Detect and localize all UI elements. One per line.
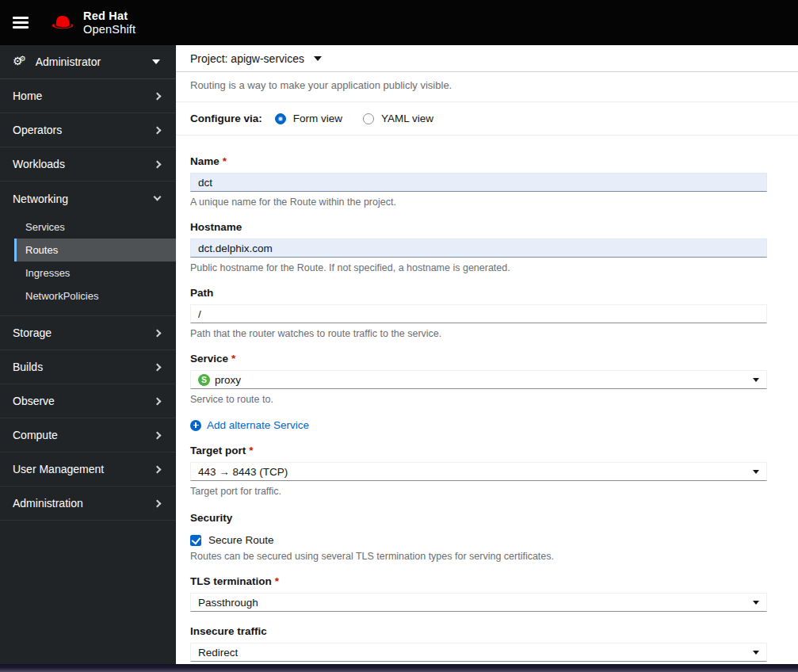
sidebar-item-label: Home <box>13 90 155 102</box>
checkbox-checked-icon[interactable] <box>190 535 201 546</box>
caret-down-icon <box>314 56 322 61</box>
caret-down-icon <box>753 470 759 474</box>
sidebar-item-networking[interactable]: Networking <box>0 181 176 216</box>
hostname-helper: Public hostname for the Route. If not sp… <box>190 262 767 273</box>
secure-route-checkbox-row[interactable]: Secure Route <box>190 534 767 546</box>
chevron-right-icon <box>154 126 162 134</box>
sidebar-item-storage[interactable]: Storage <box>0 316 176 350</box>
chevron-right-icon <box>154 431 162 439</box>
sidebar-item-label: Storage <box>13 326 155 339</box>
masthead: Red Hat OpenShift <box>0 0 798 45</box>
sidebar-subitem-label: Routes <box>25 244 58 256</box>
gears-icon: ⚙⚙ <box>13 55 29 67</box>
sidebar-item-compute[interactable]: Compute <box>0 418 176 452</box>
brand-line2: OpenShift <box>83 23 136 36</box>
radio-form-view[interactable]: Form view <box>275 113 342 124</box>
sidebar-subitem-label: NetworkPolicies <box>25 290 98 302</box>
sidebar-item-label: Networking <box>13 193 155 205</box>
add-alternate-service-link[interactable]: Add alternate Service <box>190 419 767 431</box>
radio-yaml-view[interactable]: YAML view <box>363 113 433 124</box>
tls-termination-label: TLS termination* <box>190 575 767 587</box>
sidebar-item-user-management[interactable]: User Management <box>0 452 176 487</box>
window-bottom-edge <box>0 664 798 672</box>
sidebar-item-label: User Management <box>13 463 155 475</box>
radio-unchecked-icon[interactable] <box>363 113 374 124</box>
networking-subnav: Services Routes Ingresses NetworkPolicie… <box>0 216 176 315</box>
service-select[interactable]: S proxy <box>190 370 767 389</box>
sidebar-item-administration[interactable]: Administration <box>0 487 176 521</box>
chevron-right-icon <box>154 92 162 100</box>
sidebar-item-label: Workloads <box>13 158 155 170</box>
field-service: Service* S proxy Service to route to. <box>190 353 767 405</box>
required-asterisk: * <box>231 353 235 365</box>
sidebar-subitem-label: Ingresses <box>25 267 70 279</box>
brand-logo: Red Hat OpenShift <box>49 10 136 35</box>
tls-termination-select-value: Passthrough <box>198 597 258 609</box>
sidebar-item-label: Observe <box>13 395 155 407</box>
chevron-right-icon <box>154 465 162 473</box>
page-description: Routing is a way to make your applicatio… <box>176 72 798 102</box>
required-asterisk: * <box>223 155 227 167</box>
caret-down-icon <box>753 378 759 382</box>
path-input[interactable] <box>190 304 767 323</box>
chevron-right-icon <box>154 499 162 507</box>
name-label: Name* <box>190 155 767 167</box>
sidebar-item-operators[interactable]: Operators <box>0 113 176 147</box>
chevron-right-icon <box>154 329 162 337</box>
service-label: Service* <box>190 353 767 365</box>
sidebar-item-routes[interactable]: Routes <box>14 239 176 262</box>
insecure-traffic-select[interactable]: Redirect <box>190 643 767 662</box>
path-label: Path <box>190 287 767 299</box>
security-section-label: Security <box>190 512 767 524</box>
perspective-switcher[interactable]: ⚙⚙ Administrator <box>0 45 176 79</box>
chevron-right-icon <box>154 363 162 371</box>
service-select-value: proxy <box>215 374 241 386</box>
menu-toggle-icon[interactable] <box>13 17 29 29</box>
chevron-right-icon <box>154 160 162 168</box>
target-port-select[interactable]: 443 → 8443 (TCP) <box>190 462 767 481</box>
sidebar-item-workloads[interactable]: Workloads <box>0 147 176 181</box>
tls-termination-select[interactable]: Passthrough <box>190 593 767 612</box>
add-alternate-service-label: Add alternate Service <box>207 419 309 431</box>
caret-down-icon <box>753 651 759 655</box>
chevron-right-icon <box>154 397 162 405</box>
sidebar-nav: ⚙⚙ Administrator Home Operators Workload… <box>0 45 176 664</box>
field-target-port: Target port* 443 → 8443 (TCP) Target por… <box>190 445 767 497</box>
target-port-select-value: 443 → 8443 (TCP) <box>198 466 288 478</box>
configure-via-label: Configure via: <box>190 113 262 124</box>
sidebar-item-label: Compute <box>13 429 155 441</box>
sidebar-item-ingresses[interactable]: Ingresses <box>0 262 176 284</box>
caret-down-icon <box>753 601 759 605</box>
plus-circle-icon <box>190 420 201 431</box>
sidebar-group-networking: Networking Services Routes Ingresses Net… <box>0 181 176 316</box>
sidebar-item-services[interactable]: Services <box>0 216 176 239</box>
brand-line1: Red Hat <box>83 10 136 22</box>
create-route-form: Name* A unique name for the Route within… <box>176 136 798 672</box>
name-helper: A unique name for the Route within the p… <box>190 197 767 208</box>
field-tls-termination: TLS termination* Passthrough <box>190 575 767 612</box>
chevron-down-icon <box>152 59 160 64</box>
target-port-label: Target port* <box>190 445 767 456</box>
radio-form-view-label: Form view <box>293 113 342 124</box>
name-input[interactable] <box>190 173 767 192</box>
project-label: Project: apigw-services <box>190 52 304 65</box>
hostname-input[interactable] <box>190 239 767 258</box>
sidebar-item-observe[interactable]: Observe <box>0 384 176 418</box>
sidebar-item-label: Operators <box>13 124 155 136</box>
sidebar-item-label: Builds <box>13 361 155 373</box>
sidebar-item-networkpolicies[interactable]: NetworkPolicies <box>0 284 176 307</box>
configure-via-row: Configure via: Form view YAML view <box>176 102 798 136</box>
field-path: Path Path that the router watches to rou… <box>190 287 767 339</box>
radio-yaml-view-label: YAML view <box>381 113 433 124</box>
service-helper: Service to route to. <box>190 394 767 405</box>
project-selector[interactable]: Project: apigw-services <box>176 45 798 72</box>
main-content: Project: apigw-services Routing is a way… <box>176 45 798 664</box>
field-name: Name* A unique name for the Route within… <box>190 155 767 208</box>
field-hostname: Hostname Public hostname for the Route. … <box>190 221 767 273</box>
radio-checked-icon[interactable] <box>275 113 286 124</box>
sidebar-item-home[interactable]: Home <box>0 79 176 113</box>
sidebar-item-builds[interactable]: Builds <box>0 350 176 384</box>
brand-text: Red Hat OpenShift <box>83 10 136 35</box>
secure-route-label: Secure Route <box>208 534 274 546</box>
service-kind-badge: S <box>198 374 210 386</box>
